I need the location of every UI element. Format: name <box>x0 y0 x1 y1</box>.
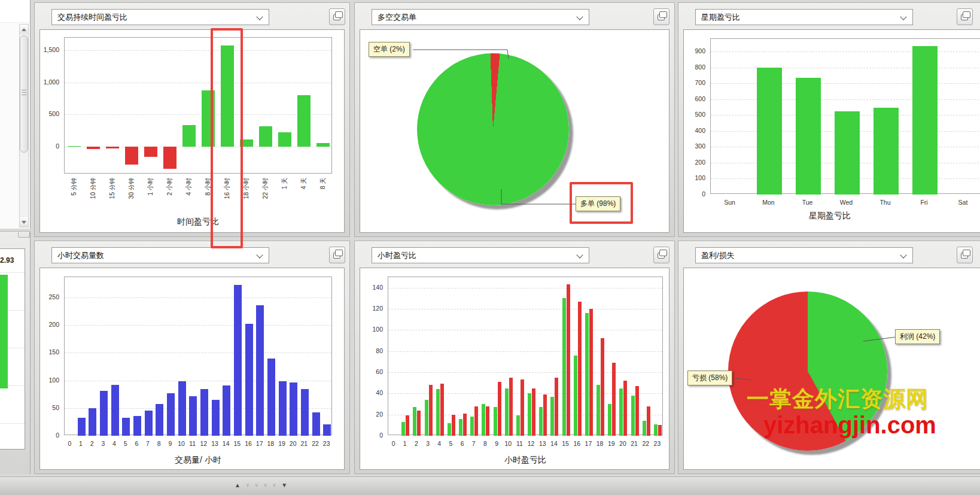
y-tick-label: 200 <box>684 159 705 166</box>
pager-dot[interactable]: ∨ <box>255 482 258 489</box>
chart-selector-duration-pl[interactable]: 交易持续时间盈亏比 <box>51 9 269 25</box>
x-tick-label: 2 小时 <box>165 178 174 214</box>
vertical-scrollbar[interactable] <box>19 24 29 227</box>
copy-icon <box>658 253 665 259</box>
bar <box>144 147 157 157</box>
copy-chart-button[interactable] <box>653 247 669 263</box>
partial-green-bar <box>0 275 8 388</box>
copy-chart-button[interactable] <box>957 8 973 25</box>
x-tick-label: 30 分钟 <box>127 178 135 214</box>
pager-down-arrow[interactable]: ▼ <box>281 482 287 489</box>
panel-hourly-pl: 小时盈亏比 小时盈亏比 0204060801001201400123456789… <box>354 241 675 474</box>
bar <box>835 111 860 195</box>
x-tick-label: 22 小时 <box>261 178 269 214</box>
chart-selector-profit-loss[interactable]: 盈利/损失 <box>695 247 913 263</box>
chevron-down-icon <box>256 13 263 20</box>
copy-chart-button[interactable] <box>957 247 973 263</box>
y-tick-label: 1,500 <box>40 46 59 53</box>
y-tick-label: 900 <box>684 47 705 54</box>
bar <box>452 415 455 436</box>
scroll-up-button[interactable] <box>20 25 28 34</box>
chart-selector-label: 小时交易量数 <box>57 251 104 260</box>
bar <box>425 400 428 436</box>
y-tick-label: 500 <box>684 111 705 118</box>
x-tick-label: 10 分钟 <box>89 178 97 214</box>
chart-selector-hourly-volume[interactable]: 小时交易量数 <box>51 247 269 263</box>
gridline <box>65 381 331 381</box>
bar <box>189 396 197 436</box>
plot-area <box>64 37 332 174</box>
panel-profit-loss: 盈利/损失 利润 (42%) 亏损 (58%) 一掌金外汇资源网 yizhang… <box>678 241 980 474</box>
copy-chart-button[interactable] <box>329 8 345 25</box>
bar <box>608 404 611 436</box>
bar <box>234 285 242 436</box>
bar <box>89 408 96 436</box>
bar <box>417 411 421 436</box>
x-tick-label: 23 <box>315 440 339 447</box>
y-tick-label: 100 <box>360 326 383 333</box>
highlight-rectangle <box>211 28 243 248</box>
pager-up-arrow[interactable]: ▲ <box>235 482 241 489</box>
copy-chart-button[interactable] <box>653 8 669 25</box>
bar <box>463 414 467 436</box>
scrollbar-grip-icon <box>22 90 26 96</box>
plot-area <box>64 277 332 435</box>
chart-selector-label: 小时盈亏比 <box>378 251 416 260</box>
bar <box>297 95 311 147</box>
chart-selector-label: 星期盈亏比 <box>701 13 740 22</box>
scrollbar-thumb[interactable] <box>20 35 28 153</box>
hourly-volume-chart: 交易量/ 小时 05010015020025001234567891011121… <box>39 268 345 470</box>
profit-loss-pie-chart: 利润 (42%) 亏损 (58%) 一掌金外汇资源网 yizhangjin.co… <box>683 268 980 470</box>
bar <box>145 411 153 436</box>
bar <box>100 391 108 436</box>
bar <box>619 388 623 436</box>
pager-dot[interactable]: ∨ <box>272 482 276 489</box>
y-tick-label: 100 <box>40 376 59 384</box>
scroll-down-icon <box>22 221 26 224</box>
bar <box>498 382 501 436</box>
bar <box>470 417 474 436</box>
pager-dot[interactable]: ∨ <box>264 482 267 489</box>
copy-icon <box>961 14 968 20</box>
copy-icon <box>961 253 968 259</box>
x-tick-label: 4 天 <box>299 178 308 214</box>
bar <box>413 407 416 436</box>
bar <box>448 423 451 436</box>
bar <box>601 338 604 436</box>
chart-selector-weekday-pl[interactable]: 星期盈亏比 <box>695 9 913 25</box>
pager-dot[interactable]: ∨ <box>246 482 249 489</box>
axis-title: 时间盈亏比 <box>64 217 332 227</box>
bar <box>125 147 138 165</box>
bottom-status-bar: ▲ ∨ ∨ ∨ ∨ ▼ <box>0 476 980 495</box>
bar <box>182 125 196 147</box>
gridline <box>65 297 331 298</box>
bar <box>156 404 163 436</box>
bar <box>259 126 272 147</box>
panel-long-short: 多空交易单 空单 (2%) 多单 (98%) <box>354 2 675 237</box>
plot-area <box>388 277 663 435</box>
chart-pager: ▲ ∨ ∨ ∨ ∨ ▼ <box>235 482 287 489</box>
chart-selector-long-short[interactable]: 多空交易单 <box>372 9 589 25</box>
bar <box>267 359 275 436</box>
bar <box>167 393 175 436</box>
copy-chart-button[interactable] <box>329 247 345 263</box>
scroll-down-button[interactable] <box>20 217 28 227</box>
x-tick-label: 5 分钟 <box>69 178 78 214</box>
gridline <box>65 353 331 353</box>
x-tick-label: 1 天 <box>280 178 288 214</box>
x-tick-label: Sun <box>718 199 742 206</box>
chevron-down-icon <box>256 251 263 258</box>
gridline <box>65 83 331 83</box>
bar <box>643 421 646 436</box>
gridline <box>388 330 662 330</box>
bar <box>562 298 566 436</box>
bar <box>401 422 405 436</box>
y-tick-label: 800 <box>684 63 705 71</box>
duration-pl-chart: 时间盈亏比 05001,0001,5005 分钟10 分钟15 分钟30 分钟1… <box>39 29 345 233</box>
bar <box>505 388 509 436</box>
y-tick-label: 150 <box>40 348 59 356</box>
chart-selector-hourly-pl[interactable]: 小时盈亏比 <box>372 247 589 263</box>
y-tick-label: 80 <box>360 347 383 354</box>
bar <box>623 381 627 436</box>
long-short-pie <box>417 53 569 205</box>
